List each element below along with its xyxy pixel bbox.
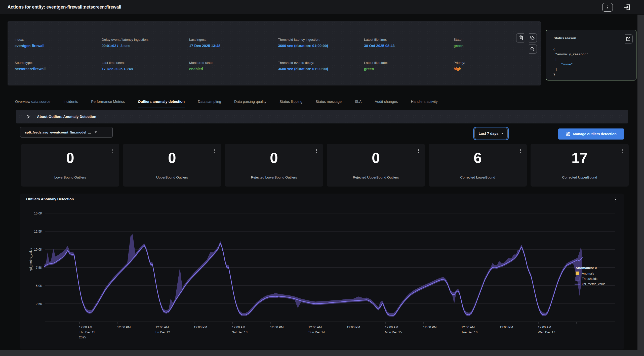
tags-button[interactable] <box>528 33 537 42</box>
svg-text:Fri Dec 12: Fri Dec 12 <box>155 331 170 334</box>
svg-text:12:00 AM: 12:00 AM <box>232 326 245 329</box>
outliers-chart-card: Outliers Anomaly Detection 2.5K5.0K7.5K1… <box>20 194 624 349</box>
status-json-line: } <box>553 72 588 77</box>
exit-button[interactable] <box>622 3 632 12</box>
info-field-value: 17 Dec 2025 13:48 <box>102 67 133 71</box>
info-field: Index:eventgen-firewall <box>15 38 44 48</box>
vertical-scrollbar[interactable] <box>637 15 644 356</box>
about-outliers-label: About Outliers Anomaly Detection <box>37 115 96 119</box>
svg-text:12:00 PM: 12:00 PM <box>194 326 207 329</box>
search-icon <box>530 47 535 52</box>
manage-outliers-detection-button[interactable]: Manage outliers detection <box>558 128 624 140</box>
horizontal-scrollbar[interactable] <box>0 350 644 356</box>
tab-data-sampling[interactable]: Data sampling <box>198 100 221 108</box>
kpi-value: 0 <box>123 149 221 166</box>
info-field-label: Last time seen: <box>102 61 133 65</box>
time-range-dropdown[interactable]: Last 7 days <box>474 128 508 139</box>
page-title: Actions for entity: eventgen-firewall:ne… <box>8 0 121 14</box>
status-json-line: "anomaly_reason": <box>553 52 588 57</box>
chevron-down-icon <box>501 133 504 134</box>
tab-status-message[interactable]: Status message <box>315 100 342 108</box>
info-field-label: Monitored state: <box>189 61 214 65</box>
svg-text:10.0K: 10.0K <box>34 248 42 251</box>
info-field-label: Delay event / latency ingestion: <box>102 38 149 41</box>
kpi-value: 6 <box>429 149 527 166</box>
svg-text:7.5K: 7.5K <box>36 266 42 270</box>
tag-icon <box>530 35 535 40</box>
tab-data-parsing-quality[interactable]: Data parsing quality <box>234 100 266 108</box>
status-json-line: { <box>553 47 588 52</box>
svg-text:15.0K: 15.0K <box>34 212 42 215</box>
info-field-value: 17 Dec 2025 13:48 <box>189 44 220 48</box>
tab-audit-changes[interactable]: Audit changes <box>375 100 398 108</box>
info-field-label: Last ingest: <box>189 38 220 41</box>
status-json-line: ] <box>553 67 588 72</box>
info-field-label: Latest flip state: <box>364 61 388 65</box>
info-field-label: State: <box>454 38 464 41</box>
info-field: Delay event / latency ingestion:00:01:02… <box>102 38 149 48</box>
status-json-line: "none" <box>553 62 588 67</box>
status-reason-title: Status reason <box>554 36 576 40</box>
kpi-label: Corrected UpperBound <box>531 175 629 179</box>
svg-text:12:00 PM: 12:00 PM <box>500 326 513 329</box>
svg-text:12:00 PM: 12:00 PM <box>270 326 284 329</box>
svg-text:Tue Dec 16: Tue Dec 16 <box>461 331 477 334</box>
tab-sla[interactable]: SLA <box>355 100 361 108</box>
info-field-value: 3600 sec (duration: 01:00:00) <box>278 44 328 48</box>
about-outliers-expander[interactable]: About Outliers Anomaly Detection <box>16 110 628 123</box>
kpi-card-rejected-lowerbound-outliers: 0Rejected LowerBound Outliers <box>225 144 323 187</box>
tab-overview-data-source[interactable]: Overview data source <box>15 100 50 108</box>
tab-handlers-activity[interactable]: Handlers activity <box>411 100 437 108</box>
info-field: Threshold events delay:3600 sec (duratio… <box>278 61 328 71</box>
svg-text:kpi_metric_value: kpi_metric_value <box>29 248 32 271</box>
status-reason-json: { "anomaly_reason": [ "none" ]} <box>553 47 588 77</box>
kpi-card-corrected-upperbound: 17Corrected UpperBound <box>531 144 629 187</box>
svg-text:Sun Dec 14: Sun Dec 14 <box>308 331 325 334</box>
tabs-divider <box>8 108 636 108</box>
info-field: Latest flip state:green <box>364 61 388 71</box>
sliders-icon <box>566 132 571 136</box>
info-field-label: Priority: <box>454 61 465 65</box>
header-kebab-menu-button[interactable] <box>602 3 613 12</box>
info-field-label: Sourcetype: <box>15 61 46 65</box>
model-select-dropdown[interactable]: splk.feeds.avg_eventcount_5m:model_... <box>20 127 113 138</box>
open-status-reason-button[interactable] <box>624 34 633 43</box>
svg-text:12:00 PM: 12:00 PM <box>423 326 437 329</box>
svg-text:12:00 AM: 12:00 AM <box>538 326 551 329</box>
copy-clipboard-button[interactable] <box>516 33 525 42</box>
info-field-value: green <box>454 44 464 48</box>
svg-text:12:00 PM: 12:00 PM <box>117 326 131 329</box>
info-field-value: high <box>454 67 465 71</box>
info-field-value: eventgen-firewall <box>15 44 44 48</box>
kpi-value: 0 <box>327 149 425 166</box>
kpi-card-lowerbound-outliers: 0LowerBound Outliers <box>21 144 119 187</box>
info-field-value: 00:01:02 / -3 sec <box>102 44 149 48</box>
kpi-value: 17 <box>531 149 629 166</box>
tab-status-flipping[interactable]: Status flipping <box>279 100 302 108</box>
info-field: Last time seen:17 Dec 2025 13:48 <box>102 61 133 71</box>
status-json-line: [ <box>553 57 588 62</box>
info-field-value: netscreen:firewall <box>15 67 46 71</box>
svg-text:12:00 AM: 12:00 AM <box>308 326 322 329</box>
tab-performance-metrics[interactable]: Performance Metrics <box>91 100 125 108</box>
svg-text:Mon Dec 15: Mon Dec 15 <box>385 331 402 334</box>
exit-icon <box>623 4 631 11</box>
svg-text:12.5K: 12.5K <box>34 230 42 233</box>
entity-info-panel: Index:eventgen-firewallSourcetype:netscr… <box>8 21 541 85</box>
tab-outliers-anomaly-detection[interactable]: Outliers anomaly detection <box>138 100 185 108</box>
kpi-label: Rejected UpperBound Outliers <box>327 175 425 179</box>
info-field: Priority:high <box>454 61 465 71</box>
manage-outliers-label: Manage outliers detection <box>573 132 617 136</box>
open-external-icon <box>626 37 630 41</box>
status-reason-panel: Status reason { "anomaly_reason": [ "non… <box>546 30 636 80</box>
svg-text:12:00 AM: 12:00 AM <box>461 326 475 329</box>
tab-incidents[interactable]: Incidents <box>63 100 78 108</box>
info-field: Threshold latency ingestion:3600 sec (du… <box>278 38 328 48</box>
search-entity-button[interactable] <box>528 44 537 54</box>
info-field-value: enabled <box>189 67 214 71</box>
model-select-value: splk.feeds.avg_eventcount_5m:model_... <box>25 130 91 134</box>
chevron-right-icon <box>27 115 30 119</box>
kebab-menu-icon <box>606 5 609 10</box>
clipboard-icon <box>518 35 523 40</box>
kpi-label: Corrected LowerBound <box>429 175 527 179</box>
